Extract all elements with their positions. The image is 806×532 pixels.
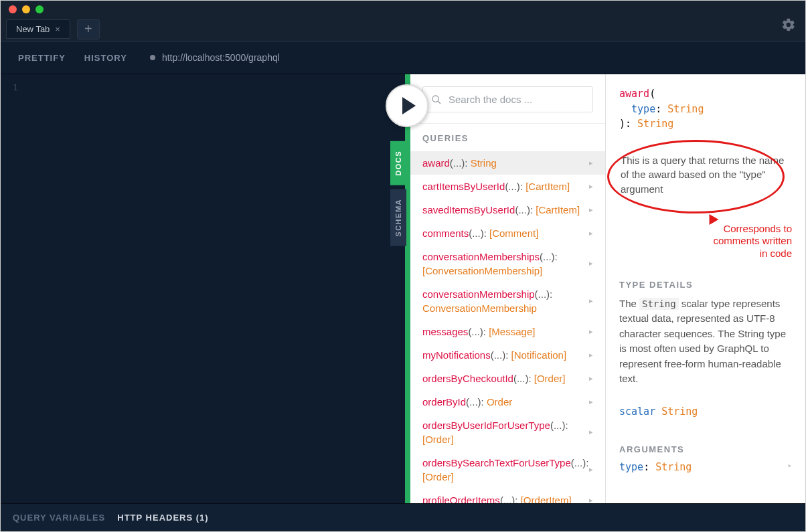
tab-schema[interactable]: SCHEMA [390, 189, 406, 246]
docs-detail-column: award( type: String ): String This is a … [606, 74, 805, 503]
chevron-right-icon: ▸ [589, 373, 593, 383]
chevron-right-icon: ▸ [589, 205, 593, 215]
query-item[interactable]: ordersByUserIdForUserType(...): [Order]▸ [410, 414, 605, 451]
query-item[interactable]: ordersBySearchTextForUserType(...): [Ord… [410, 451, 605, 489]
query-item[interactable]: messages(...): [Message]▸ [410, 320, 605, 343]
toolbar: PRETTIFY HISTORY http://localhost:5000/g… [1, 41, 805, 74]
endpoint-url: http://localhost:5000/graphql [162, 52, 280, 63]
sig-name: award [619, 88, 649, 100]
query-editor[interactable]: 1 [1, 74, 405, 503]
tab-new[interactable]: New Tab × [6, 19, 70, 39]
chevron-right-icon: ▸ [589, 495, 593, 503]
chevron-right-icon: ▸ [589, 350, 593, 360]
chevron-right-icon: ▸ [589, 327, 593, 337]
query-item[interactable]: myNotifications(...): [Notification]▸ [410, 343, 605, 367]
status-dot-icon [150, 55, 155, 60]
annotation-text: Corresponds to comments written in code [713, 223, 792, 260]
description: This is a query that returns the name of… [619, 151, 792, 199]
type-details-text: The String scalar type represents textua… [619, 296, 792, 387]
tab-bar: New Tab × + [1, 17, 805, 41]
type-details-header: TYPE DETAILS [619, 280, 792, 290]
scalar-definition: scalar String [619, 406, 792, 418]
search-icon [431, 94, 442, 105]
titlebar [1, 1, 805, 17]
close-icon[interactable]: × [55, 24, 60, 34]
query-item[interactable]: conversationMemberships(...): [Conversat… [410, 245, 605, 282]
arguments-header: ARGUMENTS [619, 444, 792, 454]
chevron-right-icon: ▸ [589, 158, 593, 168]
sig-arg-name: type [631, 103, 655, 115]
close-window-icon[interactable] [9, 5, 17, 13]
history-button[interactable]: HISTORY [75, 46, 137, 70]
chevron-right-icon: ▸ [589, 464, 593, 474]
chevron-right-icon: ▸ [589, 181, 593, 191]
footer-tabs: QUERY VARIABLES HTTP HEADERS (1) [1, 503, 805, 531]
query-item[interactable]: cartItemsByUserId(...): [CartItem]▸ [410, 175, 605, 198]
docs-panel: DOCS SCHEMA Search the docs ... QUERIES … [410, 74, 805, 503]
search-placeholder: Search the docs ... [449, 94, 532, 105]
query-item[interactable]: award(...): String▸ [410, 151, 605, 175]
tab-label: New Tab [16, 24, 50, 34]
tab-docs[interactable]: DOCS [390, 141, 406, 185]
svg-point-0 [432, 96, 438, 102]
chevron-right-icon: ▸ [589, 397, 593, 407]
minimize-window-icon[interactable] [22, 5, 30, 13]
queries-header: QUERIES [410, 123, 605, 151]
new-tab-button[interactable]: + [77, 19, 100, 39]
svg-line-1 [438, 101, 440, 104]
endpoint-input[interactable]: http://localhost:5000/graphql [143, 48, 797, 67]
query-item[interactable]: savedItemsByUserId(...): [CartItem]▸ [410, 198, 605, 221]
query-item[interactable]: conversationMembership(...): Conversatio… [410, 282, 605, 320]
gear-icon[interactable] [781, 17, 796, 36]
chevron-right-icon: ▸ [787, 461, 792, 473]
prettify-button[interactable]: PRETTIFY [9, 46, 75, 70]
chevron-right-icon: ▸ [589, 296, 593, 306]
search-input[interactable]: Search the docs ... [422, 86, 593, 112]
tab-query-variables[interactable]: QUERY VARIABLES [13, 513, 105, 523]
main: 1 DOCS SCHEMA Search the docs ... QUERIE… [1, 74, 805, 503]
maximize-window-icon[interactable] [35, 5, 44, 13]
tab-http-headers[interactable]: HTTP HEADERS (1) [117, 513, 208, 523]
sig-return-type[interactable]: String [637, 118, 673, 130]
split-bar[interactable] [405, 74, 410, 503]
query-item[interactable]: comments(...): [Comment]▸ [410, 221, 605, 245]
side-tabs: DOCS SCHEMA [390, 141, 406, 246]
query-item[interactable]: ordersByCheckoutId(...): [Order]▸ [410, 367, 605, 390]
chevron-right-icon: ▸ [589, 258, 593, 268]
docs-list-column: Search the docs ... QUERIES award(...): … [410, 74, 606, 503]
play-button[interactable] [386, 84, 428, 127]
query-list[interactable]: award(...): String▸cartItemsByUserId(...… [410, 151, 605, 503]
chevron-right-icon: ▸ [589, 228, 593, 238]
sig-arg-type[interactable]: String [667, 103, 704, 115]
line-number: 1 [13, 82, 393, 92]
query-item[interactable]: profileOrderItems(...): [OrderItem]▸ [410, 489, 605, 503]
window-controls [9, 5, 44, 13]
query-item[interactable]: orderById(...): Order▸ [410, 390, 605, 414]
signature: award( type: String ): String [619, 86, 792, 132]
argument-row[interactable]: type: String ▸ [619, 461, 792, 473]
chevron-right-icon: ▸ [589, 427, 593, 437]
